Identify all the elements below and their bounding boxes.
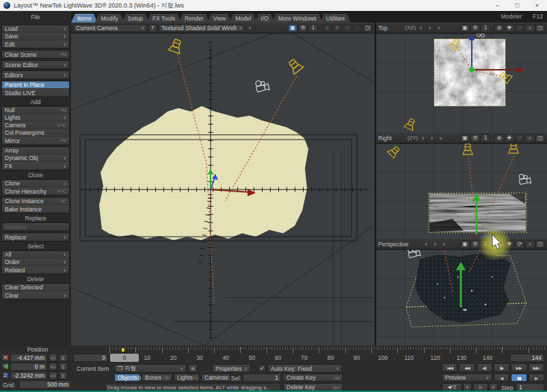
camera-item[interactable]	[254, 79, 269, 93]
end-frame-field[interactable]: 144	[510, 354, 544, 362]
sidebar-item-clear[interactable]: Clear∨	[2, 291, 69, 299]
spotlight-item[interactable]	[168, 38, 183, 53]
zoom-icon[interactable]: ⌕	[525, 240, 535, 248]
sidebar-item-bake-instance[interactable]: Bake Instance	[2, 205, 69, 213]
sidebar-item-editors[interactable]: Editors∨	[2, 71, 69, 79]
tab-more-windows[interactable]: More Windows	[272, 14, 323, 23]
modeler-link[interactable]: Modeler	[501, 13, 522, 20]
rotate-icon[interactable]: ⊗	[494, 24, 504, 32]
x-position-field[interactable]: -4.427 mm	[10, 354, 47, 362]
x-cycle-button[interactable]: <>	[49, 354, 57, 362]
terrain-heightmap[interactable]	[434, 39, 505, 106]
maximize-icon[interactable]: ◳	[535, 134, 545, 142]
sidebar-item-clone-hierarchy[interactable]: Clone Hierarchy+^C	[2, 187, 69, 195]
z-cycle-button[interactable]: <>	[49, 371, 57, 380]
axis-select[interactable]: ∨	[423, 240, 430, 248]
maximize-icon[interactable]: ◳	[363, 24, 373, 32]
export-icon[interactable]: ↧	[481, 24, 490, 32]
sidebar-item-array[interactable]: Array	[2, 147, 69, 155]
axis-select[interactable]: ∨	[417, 24, 425, 32]
zoom-icon[interactable]: ⌕	[525, 24, 535, 32]
maximize-icon[interactable]: ◳	[535, 24, 545, 32]
maximize-icon[interactable]: ◳	[535, 240, 545, 248]
z-position-field[interactable]: -2.3242 mm	[10, 371, 47, 380]
step-forward-button[interactable]: ||▶	[494, 363, 509, 372]
play-reverse-button[interactable]: ◀	[494, 374, 509, 382]
preview-select[interactable]: Preview ∨	[442, 374, 492, 382]
y-envelope-button[interactable]: E	[59, 363, 68, 371]
view-select[interactable]: ∨	[426, 24, 433, 32]
item-type-cameras-button[interactable]: CamerasC	[201, 374, 230, 382]
autokey-select[interactable]: Auto Key: Fixed ∨	[267, 364, 343, 373]
properties-button[interactable]: Properties p	[212, 364, 251, 373]
sidebar-item-cvt-powergons[interactable]: Cvt Powergons	[2, 129, 69, 137]
timeline-slider[interactable]: 0	[110, 354, 139, 362]
sidebar-item-dynamic-obj[interactable]: Dynamic Obj∨	[2, 155, 69, 162]
item-type-lights-button[interactable]: Lights+L	[174, 374, 200, 382]
tab-utilities[interactable]: Utilities	[320, 14, 351, 23]
spotlight-item[interactable]	[286, 57, 303, 75]
menu-file-header[interactable]: File	[0, 11, 71, 23]
camera-item[interactable]	[407, 250, 421, 259]
shading-select[interactable]: ∨	[435, 24, 442, 32]
gear-icon[interactable]: ⚙	[470, 134, 480, 142]
sidebar-item-clear-scene[interactable]: Clear Scene+N	[2, 51, 69, 58]
orbit-icon[interactable]: ⟳	[343, 24, 352, 32]
shading-mode-select[interactable]: Textured Shaded Solid Wireframe ∨	[159, 24, 245, 32]
spotlight-item[interactable]	[509, 144, 518, 153]
sidebar-item-load[interactable]: Load∨	[2, 25, 69, 33]
tab-render[interactable]: Render	[178, 14, 210, 23]
tab-modify[interactable]: Modify	[95, 14, 124, 23]
right-viewport[interactable]	[375, 144, 547, 239]
y-cycle-button[interactable]: <>	[49, 363, 57, 371]
export-icon[interactable]: ↧	[308, 24, 318, 32]
sidebar-item-edit[interactable]: Edit∨	[2, 40, 69, 48]
sidebar-item-clone[interactable]: Clonec	[2, 180, 69, 187]
shading-select[interactable]: ∨	[440, 240, 448, 248]
pan-icon[interactable]: ✚	[505, 24, 514, 32]
tab-items[interactable]: Items	[71, 14, 98, 23]
top-viewport[interactable]	[375, 34, 547, 133]
tab-setup[interactable]: Setup	[122, 14, 149, 23]
maximize-button[interactable]: □	[507, 0, 527, 11]
y-position-field[interactable]: 0 m	[10, 363, 47, 371]
sidebar-item-replace[interactable]: Replace∨	[2, 233, 69, 241]
timeline-ruler[interactable]	[109, 347, 546, 353]
tab-i-o[interactable]: I/O	[254, 14, 274, 23]
sidebar-item-null[interactable]: Null^N	[2, 107, 69, 114]
tab-fx-tools[interactable]: FX Tools	[146, 14, 181, 23]
x-envelope-button[interactable]: E	[59, 354, 68, 362]
sidebar-item-lights[interactable]: Lights∨	[2, 114, 69, 122]
spotlight-item[interactable]	[463, 144, 472, 155]
sidebar-item-clear-selected[interactable]: Clear Selected-	[2, 284, 69, 291]
tab-view[interactable]: View	[207, 14, 232, 23]
item-list-button[interactable]: ⊞	[188, 364, 198, 373]
spotlight-item[interactable]	[388, 145, 401, 159]
pan-icon[interactable]: ✚	[332, 24, 342, 32]
sidebar-item-mirror[interactable]: Mirror+V	[2, 137, 69, 144]
create-key-button[interactable]: Create Key ret	[283, 374, 343, 382]
minimize-button[interactable]: –	[488, 0, 507, 11]
orbit-icon[interactable]: ⟳	[515, 240, 524, 248]
photo-camera-icon[interactable]: ▣	[460, 240, 470, 248]
orbit-icon[interactable]: ⟳	[515, 134, 524, 142]
photo-camera-icon[interactable]: ▣	[288, 24, 297, 32]
tab-model[interactable]: Model	[229, 14, 257, 23]
step-back-button[interactable]: ◀||	[477, 363, 492, 372]
pan-icon[interactable]: ✚	[505, 134, 514, 142]
pause-button[interactable]: ▮▮	[511, 374, 526, 382]
zoom-icon[interactable]: ⌕	[353, 24, 362, 32]
goto-end-button[interactable]: ▶▶|	[529, 363, 544, 372]
export-icon[interactable]: ↧	[481, 134, 490, 142]
rotate-icon[interactable]: ⊗	[494, 134, 504, 142]
next-key-button[interactable]: ▶▶	[511, 363, 526, 372]
zoom-icon[interactable]: ⌕	[525, 134, 535, 142]
shading-toggle-button[interactable]: T	[148, 24, 157, 32]
sidebar-item-all[interactable]: All∨	[2, 251, 69, 259]
view-select[interactable]: ∨	[431, 240, 439, 248]
axis-select[interactable]: ∨	[419, 134, 427, 142]
sidebar-item-fx[interactable]: FX∨	[2, 162, 69, 170]
sidebar-item-studio-live[interactable]: Studio LIVE	[2, 89, 69, 96]
sidebar-item-order[interactable]: Order∨	[2, 259, 69, 266]
main-viewport[interactable]	[71, 34, 375, 345]
